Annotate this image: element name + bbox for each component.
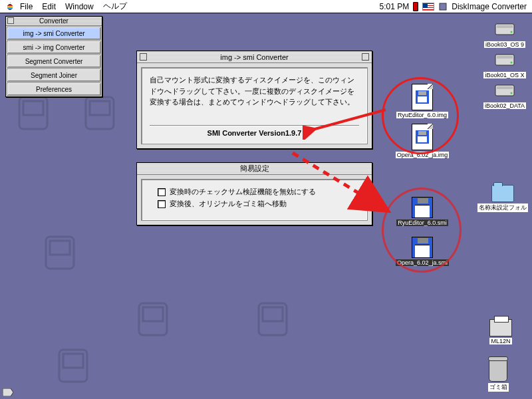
svg-rect-7 <box>143 307 163 321</box>
checkbox-row-checksum[interactable]: 変換時のチェックサム検証機能を無効にする <box>158 187 351 197</box>
svg-point-18 <box>511 62 513 64</box>
trash-label: ゴミ箱 <box>488 383 509 392</box>
settings-window-title-text: 簡易設定 <box>240 164 269 174</box>
converter-window-titlebar[interactable]: img -> smi Converter <box>137 51 372 63</box>
converter-window-title-text: img -> smi Converter <box>220 53 288 61</box>
checkbox-label-trash: 変換後、オリジナルをゴミ箱へ移動 <box>170 199 287 209</box>
settings-window-titlebar[interactable]: 簡易設定 <box>137 163 372 175</box>
checkbox-move-to-trash[interactable] <box>158 200 166 208</box>
app-menu-name[interactable]: DiskImage Converter <box>452 2 527 11</box>
separator <box>150 125 359 126</box>
battery-icon[interactable] <box>413 2 418 11</box>
svg-rect-9 <box>263 307 283 321</box>
app-menu-icon[interactable] <box>438 2 448 11</box>
file-label: RyuEditor_6.0.img <box>396 112 448 118</box>
smi-file-icon <box>412 237 433 258</box>
menu-window[interactable]: Window <box>65 2 94 11</box>
svg-rect-1 <box>23 101 43 115</box>
palette-btn-img-to-smi[interactable]: img -> smi Converter <box>7 27 101 40</box>
drive-label: iBook01_OS X <box>483 72 525 78</box>
menubar-clock[interactable]: 5:01 PM <box>380 2 410 11</box>
palette-btn-segment-joiner[interactable]: Segment Joiner <box>7 68 101 82</box>
printer-ml12n[interactable]: ML12N <box>477 319 524 344</box>
wallpaper-mark <box>80 93 120 133</box>
file-label: Opera_6.02_ja.smi <box>396 259 449 266</box>
file-ryueditor-img[interactable]: RyuEditor_6.0.img <box>392 84 452 118</box>
file-opera-smi[interactable]: Opera_6.02_ja.smi <box>392 237 452 266</box>
file-label: RyuEditor_6.0.smi <box>396 219 448 226</box>
drive-ibook02[interactable]: iBook02_DATA <box>481 80 528 109</box>
harddisk-icon <box>494 19 515 40</box>
svg-rect-3 <box>90 101 110 115</box>
checkbox-disable-checksum[interactable] <box>158 188 166 196</box>
folder-untitled[interactable]: 名称未設定フォル <box>479 185 527 212</box>
trash-icon <box>489 359 507 382</box>
disk-image-file-icon <box>412 124 433 150</box>
folder-label: 名称未設定フォル <box>477 203 528 212</box>
palette-btn-smi-to-img[interactable]: smi -> img Converter <box>7 41 101 54</box>
smi-file-icon <box>412 197 433 218</box>
folder-icon <box>491 185 514 202</box>
drive-label: iBook02_DATA <box>483 102 526 109</box>
checkbox-label-checksum: 変換時のチェックサム検証機能を無効にする <box>170 187 316 197</box>
palette-btn-preferences[interactable]: Preferences <box>7 82 101 96</box>
file-label: Opera_6.02_ja.img <box>396 152 450 158</box>
printer-label: ML12N <box>489 338 511 344</box>
menubar: File Edit Window ヘルプ 5:01 PM DiskImage C… <box>0 0 532 13</box>
converter-window-close-box[interactable] <box>140 53 147 61</box>
menu-edit[interactable]: Edit <box>42 2 56 11</box>
palette-title-text: Converter <box>39 17 68 25</box>
checkbox-row-trash[interactable]: 変換後、オリジナルをゴミ箱へ移動 <box>158 199 351 209</box>
keyboard-layout-icon[interactable] <box>422 3 434 11</box>
harddisk-icon <box>494 80 515 101</box>
palette-close-box[interactable] <box>7 17 14 24</box>
svg-rect-20 <box>497 86 513 89</box>
trash[interactable]: ゴミ箱 <box>475 359 521 392</box>
version-label: SMI Converter Version1.9.7 <box>150 129 359 137</box>
settings-window[interactable]: 簡易設定 変換時のチェックサム検証機能を無効にする 変換後、オリジナルをゴミ箱へ… <box>136 162 372 225</box>
palette-btn-segment-converter[interactable]: Segment Converter <box>7 55 101 68</box>
svg-rect-14 <box>497 25 513 28</box>
file-ryueditor-smi[interactable]: RyuEditor_6.0.smi <box>392 197 452 226</box>
printer-icon <box>489 319 512 336</box>
instructions-text: 自己マウント形式に変換するディスクイメージを、このウィンドウへドラッグして下さい… <box>150 74 359 108</box>
drive-ibook03[interactable]: iBook03_OS 9 <box>481 19 528 48</box>
menu-help[interactable]: ヘルプ <box>103 1 127 12</box>
converter-window-zoom-box[interactable] <box>362 53 369 61</box>
svg-rect-5 <box>50 241 70 255</box>
palette-titlebar[interactable]: Converter <box>6 17 102 26</box>
harddisk-icon <box>494 49 515 70</box>
drop-target-panel[interactable]: 自己マウント形式に変換するディスクイメージを、このウィンドウへドラッグして下さい… <box>141 67 368 144</box>
wallpaper-mark <box>13 93 53 133</box>
apple-menu-icon[interactable] <box>5 2 15 11</box>
converter-palette[interactable]: Converter img -> smi Converter smi -> im… <box>5 16 102 97</box>
file-opera-img[interactable]: Opera_6.02_ja.img <box>392 124 452 158</box>
svg-rect-11 <box>63 354 83 368</box>
disk-image-file-icon <box>412 84 433 110</box>
svg-point-15 <box>511 31 513 33</box>
wallpaper-mark <box>133 299 173 339</box>
svg-rect-12 <box>440 3 446 10</box>
controlstrip-tab-icon[interactable] <box>3 388 13 396</box>
wallpaper-mark <box>53 346 93 386</box>
settings-panel: 変換時のチェックサム検証機能を無効にする 変換後、オリジナルをゴミ箱へ移動 <box>141 179 368 221</box>
svg-point-21 <box>511 92 513 94</box>
wallpaper-mark <box>40 233 80 273</box>
drive-ibook01[interactable]: iBook01_OS X <box>481 49 528 78</box>
drive-label: iBook03_OS 9 <box>484 41 525 48</box>
wallpaper-mark <box>253 299 293 339</box>
menu-file[interactable]: File <box>20 2 33 11</box>
svg-rect-17 <box>497 56 513 59</box>
converter-window[interactable]: img -> smi Converter 自己マウント形式に変換するディスクイメ… <box>136 51 372 149</box>
